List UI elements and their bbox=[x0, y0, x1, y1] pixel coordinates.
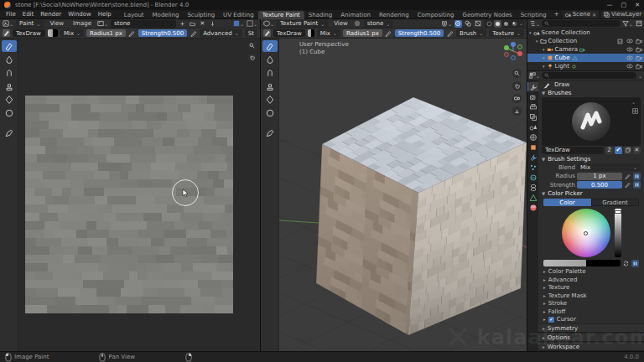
panel-symmetry[interactable]: ▸Symmetry bbox=[538, 323, 644, 333]
outliner-row-collection[interactable]: ▾Collection bbox=[527, 37, 644, 45]
outliner-options-icon[interactable] bbox=[635, 20, 642, 28]
brushes-panel-header[interactable]: ▼Brushes bbox=[538, 90, 644, 98]
workspace-tab-compositing[interactable]: Compositing bbox=[413, 11, 459, 19]
scene-selector[interactable]: Scene✕ bbox=[563, 11, 599, 18]
color-tab[interactable]: Color bbox=[543, 199, 591, 207]
workspace-tab-modeling[interactable]: Modeling bbox=[148, 11, 184, 19]
background-color-swatch[interactable] bbox=[53, 29, 58, 37]
workspace-tab-texture-paint[interactable]: Texture Paint bbox=[258, 11, 304, 19]
disable-render-icon[interactable] bbox=[635, 63, 642, 70]
outliner-row-cube[interactable]: ▾Cube bbox=[527, 54, 644, 62]
tab-object-icon[interactable] bbox=[527, 142, 538, 152]
workspace-tab-shading[interactable]: Shading bbox=[304, 11, 336, 19]
new-image-icon[interactable] bbox=[179, 20, 186, 28]
tab-world-icon[interactable] bbox=[527, 132, 538, 142]
panel-stroke[interactable]: ▸Stroke bbox=[538, 300, 644, 308]
navigation-gizmo[interactable] bbox=[502, 40, 524, 62]
menu-edit[interactable]: Edit bbox=[19, 11, 38, 18]
image-tool-fill-icon[interactable] bbox=[2, 94, 17, 106]
tab-physics-icon[interactable] bbox=[527, 173, 538, 182]
image-tool-soften-icon[interactable] bbox=[2, 54, 17, 65]
value-slider[interactable] bbox=[615, 209, 621, 257]
radius-pressure-icon[interactable] bbox=[128, 29, 136, 37]
menu-help[interactable]: Help bbox=[95, 11, 115, 18]
pan-tool-icon[interactable] bbox=[247, 53, 257, 62]
color-picker-panel-header[interactable]: ▼Color Picker bbox=[538, 189, 644, 198]
strength-slider[interactable]: Strength0.500 bbox=[138, 29, 187, 37]
menu-view[interactable]: View bbox=[46, 20, 67, 27]
tab-material-icon[interactable] bbox=[527, 203, 538, 212]
tab-modifier-icon[interactable] bbox=[527, 153, 538, 162]
viewport-tool-smear-icon[interactable] bbox=[262, 67, 278, 79]
viewport-tool-clone-icon[interactable] bbox=[262, 80, 278, 92]
strength-pressure-icon[interactable] bbox=[190, 29, 197, 37]
workspace-tab-animation[interactable]: Animation bbox=[336, 11, 375, 19]
color-preview-bar[interactable] bbox=[543, 260, 621, 266]
brush-thumbnail-icon[interactable] bbox=[3, 29, 10, 37]
outliner-row-light[interactable]: ▾Light bbox=[527, 62, 644, 70]
outliner-display-mode-icon[interactable]: ⌄ bbox=[529, 20, 540, 28]
fake-user-icon[interactable]: ✔ bbox=[615, 147, 622, 154]
tab-render-icon[interactable] bbox=[527, 92, 538, 101]
xray-toggle-icon[interactable] bbox=[475, 20, 482, 28]
blender-logo-icon[interactable] bbox=[4, 2, 11, 8]
viewport-zoom-icon[interactable] bbox=[512, 69, 522, 78]
viewport-tool-mask-icon[interactable] bbox=[262, 107, 278, 119]
strength-slider-3d[interactable]: Strength0.500 bbox=[395, 29, 444, 37]
viewport-tool-fill-icon[interactable] bbox=[262, 94, 278, 106]
strength-value-slider[interactable]: 0.500 bbox=[577, 181, 622, 189]
brush-name-field-3d[interactable]: TexDraw bbox=[273, 29, 305, 37]
editor-type-image-icon[interactable]: ⌄ bbox=[3, 20, 13, 28]
color-wheel[interactable] bbox=[562, 209, 610, 257]
browse-image-icon[interactable]: ⌄ bbox=[97, 20, 108, 28]
shading-solid-icon[interactable] bbox=[494, 20, 501, 28]
brush-preview[interactable]: ⌄ bbox=[542, 97, 641, 146]
blend-value-select[interactable]: Mix⌄ bbox=[577, 163, 641, 171]
show-overlays-icon[interactable] bbox=[465, 20, 472, 28]
brush-asset-icon[interactable] bbox=[631, 107, 639, 115]
color-animate-icon[interactable] bbox=[631, 260, 639, 267]
tab-data-icon[interactable] bbox=[527, 193, 538, 202]
viewport-canvas[interactable]: User Perspective (1) Cube bbox=[279, 39, 527, 351]
image-tool-smear-icon[interactable] bbox=[2, 67, 17, 79]
panel-advanced[interactable]: ▸Advanced bbox=[538, 276, 644, 284]
outliner-row-scene-collection[interactable]: ▾Scene Collection bbox=[527, 28, 644, 37]
brush-name-field[interactable]: TexDraw bbox=[13, 29, 45, 37]
radius-value-slider[interactable]: 1 px bbox=[577, 173, 622, 180]
blend-mode-select-3d[interactable]: Mix⌄ bbox=[317, 29, 340, 37]
workspace-tab-layout[interactable]: Layout bbox=[120, 11, 148, 19]
viewport-tool-soften-icon[interactable] bbox=[262, 54, 278, 65]
shading-wireframe-icon[interactable] bbox=[486, 20, 493, 28]
paint-mode-select[interactable]: Paint⌄ bbox=[16, 20, 44, 28]
texture-slot-select[interactable]: stone⌄ bbox=[364, 20, 393, 28]
expand-arrow-icon[interactable]: ▾ bbox=[543, 47, 545, 52]
viewport-camera-icon[interactable] bbox=[512, 94, 522, 103]
stone-texture-image[interactable] bbox=[25, 96, 233, 313]
panel-texture-mask[interactable]: ▸Texture Mask bbox=[538, 292, 644, 300]
blend-mode-select[interactable]: Mix⌄ bbox=[60, 29, 84, 37]
hide-eye-icon[interactable] bbox=[626, 63, 633, 70]
outliner-search-input[interactable] bbox=[542, 20, 621, 27]
brush-select-chevron[interactable]: ⌄ bbox=[631, 99, 639, 105]
panel-options[interactable]: ▸Options bbox=[538, 333, 644, 342]
editor-type-3d-icon[interactable]: ⌄ bbox=[263, 20, 274, 28]
zoom-tool-icon[interactable] bbox=[247, 41, 257, 50]
maximize-button[interactable]: ▢ bbox=[621, 2, 627, 8]
workspace-tab-rendering[interactable]: Rendering bbox=[375, 11, 413, 19]
workspace-tab-geometry-nodes[interactable]: Geometry Nodes bbox=[459, 11, 517, 19]
brush-thumbnail-icon-3d[interactable] bbox=[263, 29, 271, 37]
swap-colors-icon[interactable] bbox=[622, 260, 630, 267]
viewport-tool-annotate-icon[interactable] bbox=[262, 127, 278, 139]
close-button[interactable]: ✕ bbox=[635, 2, 640, 8]
panel-color-palette[interactable]: ▸Color Palette bbox=[538, 268, 644, 277]
radius-slider-3d[interactable]: Radius1 px bbox=[343, 29, 382, 37]
strength-pressure-icon-3d[interactable] bbox=[446, 29, 454, 37]
tab-constraint-icon[interactable] bbox=[527, 183, 538, 192]
radius-pressure-icon-3d[interactable] bbox=[385, 29, 392, 37]
radius-slider[interactable]: Radius1 px bbox=[86, 29, 126, 37]
workspace-tab-sculpting[interactable]: Sculpting bbox=[183, 11, 219, 19]
expand-arrow-icon[interactable]: ▾ bbox=[543, 55, 545, 60]
strength-animate-icon[interactable] bbox=[633, 181, 641, 189]
expand-arrow-icon[interactable]: ▾ bbox=[529, 30, 532, 35]
texture-dropdown[interactable]: Texture⌄ bbox=[489, 29, 524, 37]
